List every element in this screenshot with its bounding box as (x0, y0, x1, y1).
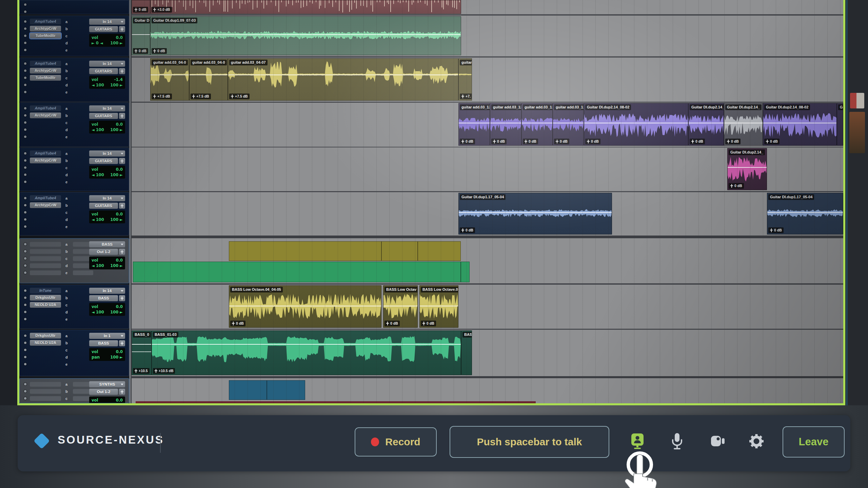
insert-slot[interactable]: DrkglssUltr (30, 295, 61, 301)
input-selector[interactable]: In 14 (89, 19, 125, 25)
audio-clip[interactable]: Guitar DI.dup2.14_ 0 dB (727, 148, 767, 190)
insert-dot[interactable] (24, 204, 26, 206)
empty-slot[interactable] (30, 256, 61, 261)
empty-slot[interactable] (30, 242, 61, 247)
insert-dot[interactable] (24, 250, 26, 252)
audio-clip[interactable]: guitar +7. (458, 58, 472, 101)
insert-dot[interactable] (24, 356, 26, 358)
audio-clip[interactable]: BAS (461, 330, 472, 375)
fader-mini-button[interactable] (119, 389, 125, 395)
volume-pan-display[interactable]: vol0.0 ◄ 100100 ► (89, 166, 125, 179)
output-selector[interactable]: GUITARS (89, 113, 118, 119)
output-selector[interactable]: GUITARS (89, 26, 118, 32)
fader-mini-button[interactable] (119, 295, 125, 301)
insert-dot[interactable] (24, 197, 26, 199)
insert-dot[interactable] (24, 174, 26, 176)
track-header-guitar-3[interactable]: AmpliTube4a ArchtypCrWb c d e In 14 GUIT… (19, 102, 129, 147)
insert-slot[interactable]: ArchtypCrW (30, 68, 61, 74)
insert-dot[interactable] (24, 243, 26, 245)
input-selector[interactable]: In 14 (89, 150, 125, 157)
track-header-bass-2[interactable]: DrkglssUltra NEOLD U2Ab c d e In 1 BASS … (19, 330, 129, 376)
empty-slot[interactable] (30, 382, 61, 387)
audio-clip[interactable]: Guitar DI.dup2.14_08-02 0 dB (763, 103, 837, 146)
insert-slot-selected[interactable]: TubeModltr (30, 33, 61, 39)
camera-button[interactable] (709, 432, 727, 451)
insert-dot[interactable] (24, 152, 26, 155)
output-selector[interactable]: Out 1-2 (89, 389, 118, 395)
track-header-bass-group[interactable]: a b c d e BASS Out 1-2 vol0.0 ◄ 100100 ► (19, 238, 129, 283)
insert-dot[interactable] (24, 342, 26, 344)
volume-pan-display[interactable]: vol-1.4 ◄ 100100 ► (89, 76, 125, 89)
insert-slot[interactable]: AmpliTube4 (30, 61, 61, 66)
insert-dot[interactable] (24, 35, 26, 37)
insert-slot[interactable]: AmpliTube4 (30, 105, 61, 111)
insert-slot[interactable]: InTune (30, 288, 61, 293)
volume-pan-display[interactable]: vol0.0 ◄ 100100 ► (89, 257, 125, 269)
audio-clip[interactable]: Guitar DI.dup1.17_05-04 0 dB (458, 193, 612, 235)
fader-mini-button[interactable] (119, 203, 125, 209)
insert-dot[interactable] (24, 27, 26, 30)
fader-mini-button[interactable] (119, 113, 125, 119)
group-selector[interactable]: SYNTHS (89, 381, 125, 387)
insert-slot[interactable]: AmpliTube4 (30, 150, 61, 156)
insert-dot[interactable] (24, 289, 26, 292)
empty-slot[interactable] (30, 389, 61, 394)
fader-mini-button[interactable] (119, 340, 125, 346)
audio-clip[interactable]: Guitar DI.dup2.14_ 0 dB (688, 103, 724, 146)
record-button[interactable]: Record (355, 427, 437, 456)
fader-mini-button[interactable] (119, 158, 125, 164)
audio-clip[interactable]: guitar add.03_12-0 0 dB (490, 103, 521, 146)
insert-dot[interactable] (24, 77, 26, 79)
empty-slot[interactable] (30, 396, 61, 401)
audio-clip[interactable]: Guitar DI.dup1.17_05-04 0 dB (767, 193, 843, 235)
folder-clip-block[interactable] (461, 262, 470, 282)
fader-mini-button[interactable] (119, 68, 125, 74)
insert-dot[interactable] (24, 264, 26, 267)
volume-pan-display[interactable]: vol0.0 ◄ 100100 ► (89, 210, 125, 223)
volume-pan-display[interactable]: vol0.0 (89, 396, 125, 403)
track-header-guitar-2[interactable]: AmpliTube4a ArchtypCrWb TubeModltrc d e … (19, 58, 129, 102)
push-to-talk-button[interactable]: Push spacebar to talk (450, 426, 609, 458)
insert-slot[interactable]: NEOLD U2A (30, 302, 61, 308)
screen-share-button[interactable] (629, 432, 646, 451)
folder-clip-block[interactable] (229, 241, 381, 261)
volume-pan-display[interactable]: vol0.0 ◄ 100100 ► (89, 303, 125, 316)
insert-slot[interactable]: NEOLD U2A (30, 340, 61, 346)
track-header-synths-group[interactable]: a b c SYNTHS Out 1-2 vol0.0 (19, 378, 129, 403)
insert-dot[interactable] (24, 69, 26, 72)
insert-slot[interactable]: ArchtypCrW (30, 113, 61, 118)
insert-dot[interactable] (24, 304, 26, 306)
empty-slot[interactable] (30, 249, 61, 254)
output-selector[interactable]: BASS (89, 340, 118, 346)
insert-dot[interactable] (24, 383, 26, 385)
folder-clip-block[interactable] (418, 241, 461, 261)
insert-dot[interactable] (24, 257, 26, 260)
input-selector[interactable]: In 1 (89, 333, 125, 339)
audio-clip[interactable]: guitar add.03_12-0 0 dB (553, 103, 584, 146)
audio-clip[interactable]: Guitar D 0 dB (132, 16, 150, 55)
insert-slot[interactable]: ArchtypCrW (30, 158, 61, 163)
insert-dot[interactable] (24, 271, 26, 274)
audio-clip[interactable]: guitar add.03_12-0 0 dB (458, 103, 490, 146)
audio-clip-offline[interactable]: Guitar DI.dup2.14_ 0 dB (724, 103, 763, 146)
audio-clip[interactable]: BASS_01-03 +10.5 dB (152, 330, 461, 375)
insert-dot[interactable] (24, 20, 26, 23)
track-header-guitar-5[interactable]: AmpliTube4a ArchtypCrWb c d e In 14 GUIT… (19, 192, 129, 236)
microphone-button[interactable] (668, 432, 686, 451)
insert-dot[interactable] (24, 218, 26, 221)
volume-pan-display[interactable]: vol0.0 pan100 ► (89, 348, 125, 361)
insert-dot[interactable] (24, 11, 26, 13)
output-selector[interactable]: BASS (89, 295, 118, 301)
volume-pan-display[interactable]: vol0.0 ► 0 ◄100 ► (89, 34, 125, 47)
output-selector[interactable]: GUITARS (89, 158, 118, 164)
insert-dot[interactable] (24, 318, 26, 320)
insert-dot[interactable] (24, 136, 26, 138)
timeline-lanes[interactable]: 0 dB +3.0 dB Guitar D 0 dB Guitar DI.dup… (132, 0, 843, 403)
input-selector[interactable]: In 14 (89, 105, 125, 111)
empty-slot[interactable] (30, 263, 61, 268)
audio-clip[interactable]: BASS Low Octave.04_04-05 0 dB (229, 285, 381, 328)
audio-clip[interactable]: Guitar DI.dup1.09_07-03 0 dB (150, 16, 461, 55)
track-header-guitar-1[interactable]: AmpliTube4a ArchtypCrWb TubeModltrc d e … (19, 16, 129, 56)
insert-slot[interactable]: DrkglssUltr (30, 333, 61, 339)
insert-dot[interactable] (24, 225, 26, 228)
